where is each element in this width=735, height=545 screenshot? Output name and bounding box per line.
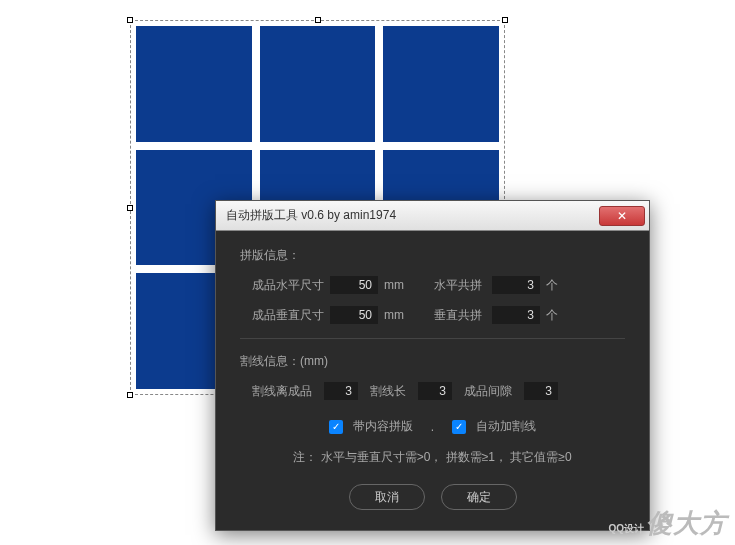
grid-cell: [136, 26, 252, 142]
resize-handle-bl[interactable]: [127, 392, 133, 398]
grid-cell: [260, 26, 376, 142]
gap-label: 成品间隙: [464, 383, 512, 400]
row-height: 成品垂直尺寸 mm 垂直共拼 个: [240, 306, 625, 324]
dot-separator: .: [431, 420, 434, 434]
resize-handle-tl[interactable]: [127, 17, 133, 23]
window-title: 自动拼版工具 v0.6 by amin1974: [226, 207, 599, 224]
cancel-button[interactable]: 取消: [349, 484, 425, 510]
section-layout-title: 拼版信息：: [240, 247, 625, 264]
watermark-big: 傻大方: [646, 508, 727, 538]
resize-handle-tm[interactable]: [315, 17, 321, 23]
cut-len-input[interactable]: [418, 382, 452, 400]
note-text: 注： 水平与垂直尺寸需>0， 拼数需≥1， 其它值需≥0: [240, 449, 625, 466]
separator: [240, 338, 625, 339]
grid-cell: [383, 26, 499, 142]
checkbox-with-content[interactable]: ✓: [329, 420, 343, 434]
h-count-input[interactable]: [492, 276, 540, 294]
chk-with-content-label: 带内容拼版: [353, 418, 413, 435]
watermark-small: QQ设计: [608, 523, 644, 534]
v-count-input[interactable]: [492, 306, 540, 324]
close-icon: ✕: [617, 209, 627, 223]
button-row: 取消 确定: [240, 484, 625, 510]
h-count-label: 水平共拼: [434, 277, 492, 294]
watermark: QQ设计傻大方: [608, 506, 727, 541]
chk-auto-cut-label: 自动加割线: [476, 418, 536, 435]
checkbox-auto-cut[interactable]: ✓: [452, 420, 466, 434]
width-label: 成品水平尺寸: [252, 277, 330, 294]
checkbox-row: ✓ 带内容拼版 . ✓ 自动加割线: [240, 418, 625, 435]
resize-handle-ml[interactable]: [127, 205, 133, 211]
resize-handle-tr[interactable]: [502, 17, 508, 23]
gap-input[interactable]: [524, 382, 558, 400]
unit-mm: mm: [384, 308, 404, 322]
titlebar[interactable]: 自动拼版工具 v0.6 by amin1974 ✕: [216, 201, 649, 231]
close-button[interactable]: ✕: [599, 206, 645, 226]
unit-count: 个: [546, 277, 558, 294]
cut-offset-input[interactable]: [324, 382, 358, 400]
dialog-body: 拼版信息： 成品水平尺寸 mm 水平共拼 个 成品垂直尺寸 mm 垂直共拼 个 …: [216, 231, 649, 530]
height-label: 成品垂直尺寸: [252, 307, 330, 324]
unit-mm: mm: [384, 278, 404, 292]
row-width: 成品水平尺寸 mm 水平共拼 个: [240, 276, 625, 294]
row-cutline: 割线离成品 割线长 成品间隙: [240, 382, 625, 400]
unit-count: 个: [546, 307, 558, 324]
height-input[interactable]: [330, 306, 378, 324]
section-cut-title: 割线信息：(mm): [240, 353, 625, 370]
ok-button[interactable]: 确定: [441, 484, 517, 510]
imposition-dialog: 自动拼版工具 v0.6 by amin1974 ✕ 拼版信息： 成品水平尺寸 m…: [215, 200, 650, 531]
cut-len-label: 割线长: [370, 383, 406, 400]
cut-offset-label: 割线离成品: [252, 383, 312, 400]
v-count-label: 垂直共拼: [434, 307, 492, 324]
width-input[interactable]: [330, 276, 378, 294]
